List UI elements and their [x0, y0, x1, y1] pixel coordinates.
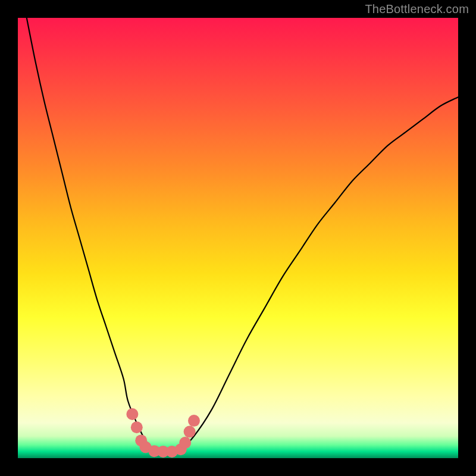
watermark-text: TheBottleneck.com — [365, 2, 469, 16]
curve-markers — [126, 408, 200, 458]
chart-frame: TheBottleneck.com — [0, 0, 476, 476]
bottleneck-curve — [18, 18, 458, 452]
plot-area — [18, 18, 458, 458]
curve-marker — [131, 421, 143, 433]
curve-layer — [18, 18, 458, 458]
curve-marker — [126, 408, 138, 420]
curve-marker — [184, 426, 196, 438]
curve-marker — [179, 437, 191, 449]
curve-marker — [188, 415, 200, 427]
